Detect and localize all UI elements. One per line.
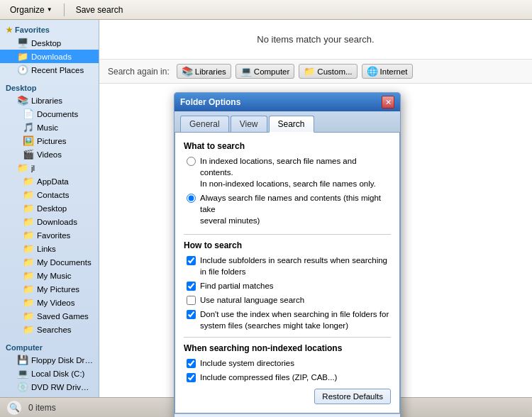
computer-section-header: Computer: [0, 340, 99, 353]
recent-places-icon: 🕐: [17, 65, 28, 75]
checkbox-noindex-input[interactable]: [187, 310, 196, 319]
dialog-close-button[interactable]: ✕: [382, 96, 394, 109]
jl-icon: 📁: [17, 162, 28, 173]
status-item-count: 0 items: [28, 403, 56, 413]
pictures-icon: 🖼️: [23, 135, 34, 146]
radio-always-input[interactable]: [187, 194, 196, 203]
checkbox-sysdir-label: Include system directories: [200, 357, 294, 369]
sidebar-item-myvideos[interactable]: 📁 My Videos: [0, 296, 99, 309]
search-status-icon: 🔍: [7, 401, 21, 415]
checkbox-compressed: Include compressed files (ZIP, CAB...): [187, 372, 391, 383]
dvd-icon: 💿: [17, 382, 28, 392]
checkbox-natural: Use natural language search: [187, 294, 391, 306]
what-to-search-label: What to search: [184, 141, 391, 151]
documents-icon: 📄: [23, 109, 34, 119]
checkbox-natural-input[interactable]: [187, 296, 196, 305]
toolbar: Organize ▼ Save search: [0, 0, 532, 20]
search-again-label: Search again in:: [108, 67, 170, 77]
organize-label: Organize: [10, 5, 45, 15]
sidebar-item-jl[interactable]: 📁 jl: [0, 161, 99, 174]
organize-button[interactable]: Organize ▼: [6, 4, 57, 16]
sidebar-item-documents[interactable]: 📄 Documents: [0, 107, 99, 121]
save-search-button[interactable]: Save search: [72, 4, 128, 16]
sidebar-item-contacts[interactable]: 📁 Contacts: [0, 188, 99, 201]
dialog-footer: OK Cancel Apply: [174, 413, 400, 417]
radio-indexed-option: In indexed locations, search file names …: [187, 155, 391, 189]
restore-defaults-container: Restore Defaults: [184, 389, 391, 404]
dialog-title: Folder Options: [180, 97, 240, 107]
sidebar-item-libraries[interactable]: 📚 Libraries: [0, 94, 99, 107]
sidebar-item-downloads-fav[interactable]: 📁 Downloads: [0, 50, 99, 63]
sidebar: ★ Favorites 🖥️ Desktop 📁 Downloads 🕐 Rec…: [0, 20, 99, 397]
checkbox-compressed-label: Include compressed files (ZIP, CAB...): [200, 372, 337, 383]
favorites-header: ★ Favorites: [0, 23, 99, 36]
computer-loc-icon: 💻: [240, 66, 252, 77]
checkbox-noindex-label: Don't use the index when searching in fi…: [200, 308, 391, 331]
how-to-search-group: Include subfolders in search results whe…: [184, 255, 391, 332]
mypictures-icon: 📁: [23, 284, 34, 294]
links-icon: 📁: [23, 243, 34, 254]
localdisk-icon: 💻: [17, 368, 28, 379]
sidebar-item-videos[interactable]: 🎬 Videos: [0, 148, 99, 161]
sidebar-item-localdisk[interactable]: 💻 Local Disk (C:): [0, 367, 99, 380]
sidebar-item-downloads2[interactable]: 📁 Downloads: [0, 215, 99, 228]
location-computer-button[interactable]: 💻 Computer: [235, 64, 295, 79]
sidebar-item-floppy[interactable]: 💾 Floppy Disk Dri...: [0, 353, 99, 367]
location-internet-button[interactable]: 🌐 Internet: [362, 64, 413, 79]
sidebar-item-favorites[interactable]: 📁 Favorites: [0, 228, 99, 242]
location-libraries-button[interactable]: 📚 Libraries: [177, 64, 231, 79]
dialog-tabs: General View Search: [174, 111, 400, 133]
sidebar-item-music[interactable]: 🎵 Music: [0, 121, 99, 134]
internet-loc-icon: 🌐: [367, 66, 378, 77]
radio-always-label: Always search file names and contents (t…: [200, 192, 391, 226]
favorites-icon: 📁: [23, 230, 34, 240]
search-again-bar: Search again in: 📚 Libraries 💻 Computer …: [99, 60, 532, 84]
restore-defaults-button[interactable]: Restore Defaults: [314, 389, 391, 404]
sidebar-item-desktop-fav[interactable]: 🖥️ Desktop: [0, 36, 99, 50]
organize-chevron-icon: ▼: [47, 6, 52, 13]
checkbox-noindex: Don't use the index when searching in fi…: [187, 308, 391, 331]
mymusic-icon: 📁: [23, 270, 34, 281]
dialog-titlebar: Folder Options ✕: [174, 93, 400, 111]
no-results-message: No items match your search.: [99, 20, 532, 60]
tab-search[interactable]: Search: [269, 116, 314, 133]
sidebar-item-recent-places[interactable]: 🕐 Recent Places: [0, 63, 99, 77]
sidebar-item-mymusic[interactable]: 📁 My Music: [0, 269, 99, 282]
sidebar-item-mypictures[interactable]: 📁 My Pictures: [0, 282, 99, 296]
desktop-icon: 🖥️: [17, 38, 28, 48]
downloads2-icon: 📁: [23, 216, 34, 227]
sidebar-item-savedgames[interactable]: 📁 Saved Games: [0, 309, 99, 323]
section-divider-2: [184, 337, 391, 338]
music-icon: 🎵: [23, 122, 34, 133]
checkbox-natural-label: Use natural language search: [200, 294, 304, 306]
radio-always-option: Always search file names and contents (t…: [187, 192, 391, 226]
checkbox-partial-input[interactable]: [187, 282, 196, 291]
sidebar-item-mydocs[interactable]: 📁 My Documents: [0, 255, 99, 269]
save-search-label: Save search: [76, 5, 123, 15]
tab-general[interactable]: General: [180, 116, 229, 132]
myvideos-icon: 📁: [23, 297, 34, 308]
section-divider-1: [184, 234, 391, 235]
sidebar-item-appdata[interactable]: 📁 AppData: [0, 174, 99, 188]
floppy-icon: 💾: [17, 355, 28, 365]
savedgames-icon: 📁: [23, 311, 34, 321]
checkbox-sysdir-input[interactable]: [187, 359, 196, 368]
checkbox-subfolders: Include subfolders in search results whe…: [187, 255, 391, 277]
checkbox-partial: Find partial matches: [187, 280, 391, 291]
sidebar-item-pictures[interactable]: 🖼️ Pictures: [0, 134, 99, 148]
desktop2-icon: 📁: [23, 203, 34, 213]
videos-icon: 🎬: [23, 149, 34, 160]
checkbox-compressed-input[interactable]: [187, 373, 196, 382]
location-custom-button[interactable]: 📁 Custom...: [299, 64, 357, 79]
checkbox-subfolders-input[interactable]: [187, 256, 196, 265]
dialog-content: What to search In indexed locations, sea…: [174, 133, 400, 413]
sidebar-item-dvd[interactable]: 💿 DVD RW Drive (...: [0, 380, 99, 394]
sidebar-item-searches[interactable]: 📁 Searches: [0, 323, 99, 336]
sidebar-item-links[interactable]: 📁 Links: [0, 242, 99, 255]
mydocs-icon: 📁: [23, 257, 34, 267]
tab-view[interactable]: View: [231, 116, 267, 132]
radio-indexed-input[interactable]: [187, 157, 196, 166]
downloads-icon: 📁: [17, 51, 28, 62]
sidebar-item-desktop2[interactable]: 📁 Desktop: [0, 201, 99, 215]
what-to-search-group: In indexed locations, search file names …: [184, 155, 391, 227]
